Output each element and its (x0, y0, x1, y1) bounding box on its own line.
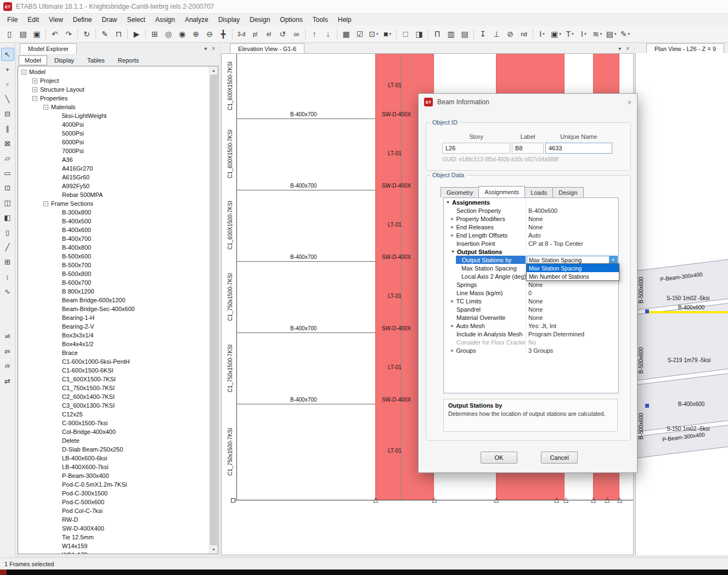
collapse-icon[interactable]: − (32, 96, 37, 101)
dialog-tab-assignments[interactable]: Assignments (478, 186, 525, 198)
undo-icon[interactable]: ↶ (48, 27, 61, 41)
tree-item[interactable]: P-Beam-300x400 (18, 471, 218, 480)
property-value-cell[interactable]: Yes: Jt, Int (526, 323, 618, 329)
ok-button[interactable]: OK (481, 452, 517, 464)
dialog-tab-loads[interactable]: Loads (524, 187, 553, 198)
output-stations-combo[interactable]: Max Station Spacing▼ (527, 256, 618, 264)
zoom-in-icon[interactable]: ⊕ (189, 27, 202, 41)
wall-hatch-icon[interactable]: ▥ (444, 27, 458, 41)
reshape-object-tool[interactable]: + (1, 63, 14, 76)
joint-assign-icon[interactable]: ◨ (413, 27, 426, 41)
expand-arrow-icon[interactable]: ▶ (451, 225, 454, 229)
quick-draw-floor-tool[interactable]: ⊡ (1, 181, 14, 194)
expand-arrow-icon[interactable]: ▶ (451, 217, 454, 221)
menu-display[interactable]: Display (213, 14, 245, 25)
expand-arrow-icon[interactable]: ▶ (451, 324, 454, 328)
dialog-titlebar[interactable]: ET Beam Information × (419, 94, 637, 110)
quick-draw-wall-tool[interactable]: ◧ (1, 211, 14, 224)
move-up-story-icon[interactable]: ↑ (308, 27, 321, 41)
tree-item[interactable]: Pod-C-0.5mX1.2m-7KSI (18, 480, 218, 489)
dropdown-caret-icon[interactable]: ▾ (600, 32, 602, 36)
dropdown-caret-icon[interactable]: ▾ (614, 32, 617, 36)
menu-draw[interactable]: Draw (97, 14, 122, 25)
dialog-tab-geometry[interactable]: Geometry (441, 187, 479, 198)
new-model-icon[interactable]: ▯ (3, 27, 16, 41)
draw-frame-tool[interactable]: ╲ (1, 92, 14, 105)
menu-select[interactable]: Select (122, 14, 150, 25)
axes-icon[interactable]: ⊥ (490, 27, 503, 41)
menu-tools[interactable]: Tools (308, 14, 333, 25)
lock-model-icon[interactable]: ⊓ (112, 27, 125, 41)
mesh-options-icon[interactable]: ▤▾ (605, 27, 618, 41)
tree-item[interactable]: Box4x4x1/2 (18, 340, 218, 348)
property-value-cell[interactable]: Program Determined (526, 331, 618, 337)
property-row[interactable]: ▼Assignments (444, 198, 618, 206)
cancel-button[interactable]: Cancel (541, 452, 578, 464)
tree-item[interactable]: W24x170 (18, 550, 218, 554)
tree-item[interactable]: Pod-C-500x600 (18, 498, 218, 506)
invert-selection-button[interactable]: ⇄ (1, 374, 14, 387)
save-icon[interactable]: ▣ (30, 27, 43, 41)
property-row[interactable]: Section PropertyB-400x600 (444, 206, 618, 215)
property-row[interactable]: SpandrelNone (444, 305, 618, 313)
property-value-cell[interactable]: No (526, 339, 618, 346)
section-designer-icon[interactable]: I▾ (577, 27, 590, 41)
menu-assign[interactable]: Assign (150, 14, 180, 25)
scroll-thumb[interactable] (210, 75, 217, 545)
section-cut-icon[interactable]: ⊘ (504, 27, 517, 41)
similar-stories-icon[interactable]: ▦ (340, 27, 353, 41)
tree-item[interactable]: B-500x600 (18, 252, 218, 261)
tree-item[interactable]: A36 (18, 155, 218, 164)
draw-link-tool[interactable]: ╱ (1, 240, 14, 253)
tree-item[interactable]: C1_750x1500-7KSI (18, 384, 218, 392)
tree-item[interactable]: +Project (18, 76, 218, 85)
previous-selection-button[interactable]: ps (1, 345, 14, 358)
tree-item[interactable]: +Structure Layout (18, 85, 218, 94)
tree-item[interactable]: D-Slab Beam-250x250 (18, 445, 218, 454)
assign-frame-icon[interactable]: ⊡▾ (367, 27, 380, 41)
explorer-tab-reports[interactable]: Reports (112, 55, 145, 65)
draw-window-tool[interactable]: ▯ (1, 226, 14, 239)
quick-draw-secondary-beams-tool[interactable]: ∥ (1, 122, 14, 135)
tree-item[interactable]: B 800x1200 (18, 287, 218, 296)
property-row[interactable]: Material OverwriteNone (444, 313, 618, 322)
draw-floor-tool[interactable]: ▱ (1, 151, 14, 165)
collapse-arrow-icon[interactable]: ▼ (446, 200, 450, 204)
tree-item[interactable]: Pod-C-300x1500 (18, 489, 218, 498)
draw-curve-tool[interactable]: ∿ (1, 285, 14, 298)
tree-item[interactable]: C1-600x1500-6KSI (18, 366, 218, 375)
property-row[interactable]: ▶End Length OffsetsAuto (444, 231, 618, 239)
menu-view[interactable]: View (44, 14, 68, 25)
expand-arrow-icon[interactable]: ▶ (451, 233, 454, 238)
tree-item[interactable]: A992Fy50 (18, 182, 218, 190)
unique-name-field[interactable]: 4633 (545, 143, 612, 154)
selected-beam-highlight[interactable] (647, 311, 728, 313)
tree-item[interactable]: −Model (18, 67, 218, 76)
tree-item[interactable]: B-400x700 (18, 234, 218, 243)
tree-item[interactable]: RW-D (18, 515, 218, 524)
tree-item[interactable]: B-400x500 (18, 217, 218, 226)
tree-item[interactable]: Beam Bridge-600x1200 (18, 296, 218, 305)
clear-selection-button[interactable]: clr (1, 359, 14, 373)
dropdown-caret-icon[interactable]: ▾ (572, 32, 574, 36)
draw-wall-tool[interactable]: ◫ (1, 196, 14, 209)
dialog-tab-design[interactable]: Design (552, 187, 583, 198)
tree-item[interactable]: Tie 12.5mm (18, 533, 218, 542)
property-row[interactable]: ▶End ReleasesNone (444, 223, 618, 231)
tree-item[interactable]: W14x159 (18, 542, 218, 550)
tree-item[interactable]: 6000Psi (18, 138, 218, 146)
draw-rectangular-floor-tool[interactable]: ▭ (1, 166, 14, 179)
tree-item[interactable]: Pod Col-C-7ksi (18, 506, 218, 515)
tree-item[interactable]: Delete (18, 436, 218, 445)
property-value-cell[interactable]: 3 Groups (526, 347, 618, 354)
pan-icon[interactable]: ╋ (217, 27, 230, 41)
tree-item[interactable]: C-900x1500-7ksi (18, 419, 218, 427)
snap-to-grid-tool[interactable]: ⊞ (1, 255, 14, 268)
quick-draw-frame-tool[interactable]: ⊟ (1, 107, 14, 120)
dimension-line-tool[interactable]: ↕ (1, 270, 14, 283)
close-icon[interactable]: × (212, 46, 215, 52)
pin-menu-icon[interactable]: ▾ (618, 46, 621, 52)
rotate-view-icon[interactable]: ↺ (276, 27, 289, 41)
tree-item[interactable]: Box3x3x1/4 (18, 331, 218, 340)
dropdown-caret-icon[interactable]: ▾ (628, 32, 630, 36)
